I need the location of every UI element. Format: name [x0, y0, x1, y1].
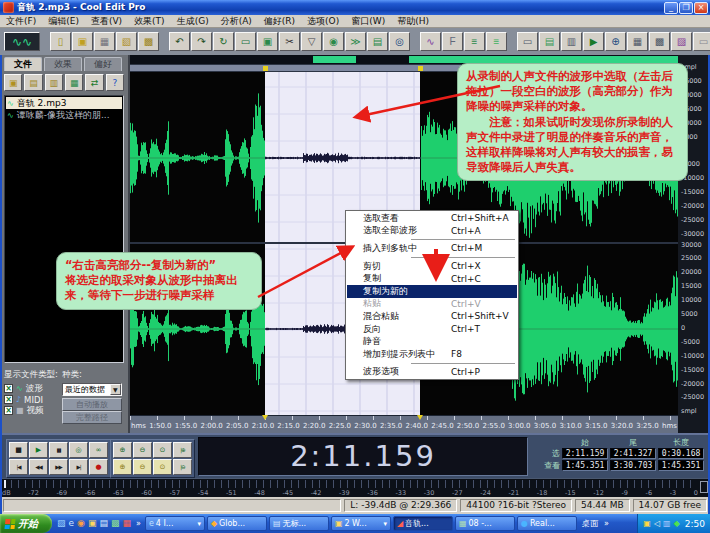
- taskbar-task-ie-group[interactable]: e 4 I...: [145, 516, 205, 531]
- menu-item-paste[interactable]: 粘贴 Ctrl+V: [347, 298, 517, 311]
- menu-favorites[interactable]: 偏好(R): [258, 15, 301, 28]
- quick-launch-overflow-chevron[interactable]: »: [136, 519, 141, 528]
- fullpath-button[interactable]: 完整路径: [62, 411, 122, 424]
- save-all-button[interactable]: ▩: [138, 32, 159, 51]
- go-to-start-button[interactable]: |◀: [9, 459, 28, 475]
- zoom-right-edge-button[interactable]: |⊖: [173, 459, 192, 475]
- panel-help-button[interactable]: ?: [106, 74, 124, 91]
- menu-item-copy[interactable]: 复制 Ctrl+C: [347, 272, 517, 285]
- insert-to-multitrack-button[interactable]: ≫: [345, 32, 366, 51]
- menu-analyze[interactable]: 分析(A): [215, 15, 258, 28]
- zoom-in-vertical-button[interactable]: ⊕: [113, 459, 132, 475]
- menu-item-mute[interactable]: 静音: [347, 335, 517, 348]
- menu-item-mix-paste[interactable]: 混合粘贴 Ctrl+Shift+V: [347, 310, 517, 323]
- menu-view[interactable]: 查看(V): [85, 15, 128, 28]
- filetype-midi[interactable]: × ♪ MIDI: [4, 394, 58, 405]
- taskbar-task-media-08[interactable]: ▦ 08 -...: [455, 516, 515, 531]
- menu-generate[interactable]: 生成(G): [171, 15, 215, 28]
- menu-item-cut[interactable]: 剪切 Ctrl+X: [347, 260, 517, 273]
- menu-options[interactable]: 选项(O): [301, 15, 345, 28]
- zoom-out-button[interactable]: ⊖: [133, 442, 152, 458]
- menu-effects[interactable]: 效果(T): [128, 15, 171, 28]
- convert-sample-type-button[interactable]: ▤: [367, 32, 388, 51]
- empty-doc-button[interactable]: ▭: [693, 32, 710, 51]
- tab-files[interactable]: 文件: [4, 57, 42, 71]
- ql-flash-icon[interactable]: ▦: [122, 519, 131, 528]
- ql-ie-icon[interactable]: e: [69, 519, 75, 528]
- select-view-button[interactable]: ▭: [235, 32, 256, 51]
- open-file-button[interactable]: ▣: [72, 32, 93, 51]
- play-looped-button[interactable]: ◎: [69, 442, 88, 458]
- cut-button[interactable]: ✂: [279, 32, 300, 51]
- panel-switch-view-button[interactable]: ⇄: [85, 74, 103, 91]
- menu-item-invert[interactable]: 反向 Ctrl+T: [347, 323, 517, 336]
- restore-button[interactable]: ❐: [679, 2, 693, 14]
- zoom-full-button[interactable]: |⊕: [173, 442, 192, 458]
- tab-favorites[interactable]: 偏好: [84, 57, 122, 71]
- cd-player-button[interactable]: ▥: [561, 32, 582, 51]
- repeat-command-button[interactable]: ↻: [213, 32, 234, 51]
- mix-paste-button[interactable]: ◉: [323, 32, 344, 51]
- menu-edit[interactable]: 编辑(E): [42, 15, 85, 28]
- tray-volume-icon[interactable]: ◁: [654, 520, 660, 528]
- undo-button[interactable]: ↶: [169, 32, 190, 51]
- go-to-end-button[interactable]: ▶|: [69, 459, 88, 475]
- save-file-button[interactable]: ▦: [94, 32, 115, 51]
- filetype-waveform[interactable]: × ∿ 波形: [4, 383, 58, 394]
- scrub-button[interactable]: ⊕: [605, 32, 626, 51]
- filetype-video[interactable]: × ■ 视频: [4, 405, 58, 416]
- desktop-toolbar-label[interactable]: 桌面: [582, 518, 598, 529]
- play-button[interactable]: ▶: [29, 442, 48, 458]
- fast-forward-button[interactable]: ▶▶: [49, 459, 68, 475]
- menu-item-add-to-cue-list[interactable]: 增加到提示列表中 F8: [347, 348, 517, 361]
- batch-convert-button[interactable]: ▧: [116, 32, 137, 51]
- checkbox-icon[interactable]: ×: [4, 395, 13, 404]
- play-toolbar-button[interactable]: ▶: [583, 32, 604, 51]
- window-tile-button[interactable]: ▭: [517, 32, 538, 51]
- panel-open-file-button[interactable]: ▣: [4, 74, 22, 91]
- sync-cursor-button[interactable]: ▩: [649, 32, 670, 51]
- record-button[interactable]: ●: [89, 459, 108, 475]
- close-button[interactable]: ×: [694, 2, 708, 14]
- menu-item-wave-properties[interactable]: 波形选项 Ctrl+P: [347, 366, 517, 379]
- start-button[interactable]: 开始: [0, 514, 52, 533]
- session-info-button[interactable]: ▦: [627, 32, 648, 51]
- checkbox-icon[interactable]: ×: [4, 384, 13, 393]
- taskbar-task-glob[interactable]: ◆ Glob...: [207, 516, 267, 531]
- tray-security-icon[interactable]: ▣: [643, 520, 651, 528]
- selection-start-handle[interactable]: [263, 66, 268, 71]
- track-mixer-button[interactable]: ≡: [486, 32, 507, 51]
- ql-photoshop-icon[interactable]: ▩: [111, 519, 120, 528]
- waveform-multitrack-toggle-button[interactable]: ∿∿: [4, 32, 40, 51]
- zoom-selection-button[interactable]: ⊙: [153, 442, 172, 458]
- tray-display-icon[interactable]: ▥: [663, 520, 671, 528]
- file-item-song[interactable]: ∿ 谭咏麟-像我这样的朋...: [6, 109, 122, 121]
- rewind-button[interactable]: ◀◀: [29, 459, 48, 475]
- track-properties-button[interactable]: ≡: [464, 32, 485, 51]
- file-item-track2[interactable]: ∿ 音轨 2.mp3: [6, 97, 122, 109]
- timeline-ruler[interactable]: hms1:50.01:55.02:00.02:05.02:10.02:15.02…: [130, 415, 678, 433]
- copy-button[interactable]: ▣: [257, 32, 278, 51]
- menu-file[interactable]: 文件(F): [0, 15, 42, 28]
- menu-help[interactable]: 帮助(H): [391, 15, 435, 28]
- spectral-view-button[interactable]: ▤: [539, 32, 560, 51]
- ql-media-player-icon[interactable]: ◉: [77, 519, 85, 528]
- panel-insert-multitrack-button[interactable]: ▦: [65, 74, 83, 91]
- selection-end-handle[interactable]: [418, 66, 423, 71]
- zoom-in-button[interactable]: ⊕: [113, 442, 132, 458]
- tray-antivirus-icon[interactable]: ◆: [674, 520, 680, 528]
- menu-item-copy-to-new[interactable]: 复制为新的: [347, 285, 517, 298]
- paste-button[interactable]: ▽: [301, 32, 322, 51]
- level-meter[interactable]: dB-72-69-66-63-60-57-54-51-48-45-42-39-3…: [0, 478, 710, 497]
- menu-item-select-view[interactable]: 选取查看 Ctrl+Shift+A: [347, 212, 517, 225]
- menu-item-select-entire-wave[interactable]: 选取全部波形 Ctrl+A: [347, 225, 517, 238]
- taskbar-task-cooledit[interactable]: ◢ 音轨...: [393, 516, 453, 531]
- ql-folder-icon[interactable]: ▣: [88, 519, 97, 528]
- menu-item-insert-to-multitrack[interactable]: 插入到多轨中 Ctrl+M: [347, 242, 517, 255]
- zoom-out-vertical-button[interactable]: ⊖: [133, 459, 152, 475]
- waveform-pencil-button[interactable]: ∿: [420, 32, 441, 51]
- loop-button[interactable]: ∞: [89, 442, 108, 458]
- taskbar-task-untitled[interactable]: ▤ 无标...: [269, 516, 329, 531]
- autoplay-button[interactable]: 自动播放: [62, 398, 122, 411]
- redo-button[interactable]: ↷: [191, 32, 212, 51]
